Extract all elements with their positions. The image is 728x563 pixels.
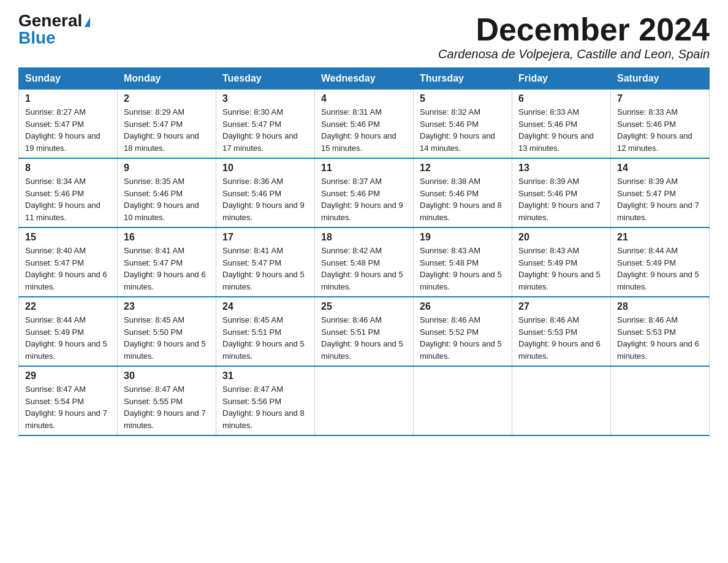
calendar-cell: 28Sunrise: 8:46 AMSunset: 5:53 PMDayligh…: [611, 297, 710, 366]
day-number: 4: [321, 93, 407, 104]
day-number: 10: [222, 163, 308, 174]
calendar-cell: [315, 366, 414, 435]
day-number: 11: [321, 163, 407, 174]
day-info: Sunrise: 8:32 AMSunset: 5:46 PMDaylight:…: [420, 106, 506, 154]
calendar-cell: 16Sunrise: 8:41 AMSunset: 5:47 PMDayligh…: [118, 228, 216, 297]
calendar-cell: 11Sunrise: 8:37 AMSunset: 5:46 PMDayligh…: [315, 158, 414, 228]
day-info: Sunrise: 8:31 AMSunset: 5:46 PMDaylight:…: [321, 106, 407, 154]
calendar-cell: 12Sunrise: 8:38 AMSunset: 5:46 PMDayligh…: [414, 158, 512, 228]
calendar-cell: 26Sunrise: 8:46 AMSunset: 5:52 PMDayligh…: [414, 297, 512, 366]
calendar-cell: 17Sunrise: 8:41 AMSunset: 5:47 PMDayligh…: [216, 228, 315, 297]
day-number: 8: [25, 163, 111, 174]
calendar-header-row: SundayMondayTuesdayWednesdayThursdayFrid…: [19, 68, 710, 90]
day-number: 3: [222, 93, 308, 104]
calendar-cell: 18Sunrise: 8:42 AMSunset: 5:48 PMDayligh…: [315, 228, 414, 297]
day-info: Sunrise: 8:44 AMSunset: 5:49 PMDaylight:…: [617, 245, 703, 293]
day-info: Sunrise: 8:41 AMSunset: 5:47 PMDaylight:…: [222, 245, 308, 293]
calendar-cell: 22Sunrise: 8:44 AMSunset: 5:49 PMDayligh…: [19, 297, 118, 366]
day-number: 17: [222, 232, 308, 243]
day-number: 15: [25, 232, 111, 243]
day-info: Sunrise: 8:47 AMSunset: 5:56 PMDaylight:…: [222, 383, 308, 431]
calendar-header-tuesday: Tuesday: [216, 68, 315, 90]
day-number: 30: [124, 370, 210, 381]
day-info: Sunrise: 8:42 AMSunset: 5:48 PMDaylight:…: [321, 245, 407, 293]
calendar-cell: 10Sunrise: 8:36 AMSunset: 5:46 PMDayligh…: [216, 158, 315, 228]
day-number: 27: [518, 301, 604, 312]
day-info: Sunrise: 8:33 AMSunset: 5:46 PMDaylight:…: [518, 106, 604, 154]
calendar-cell: 3Sunrise: 8:30 AMSunset: 5:47 PMDaylight…: [216, 90, 315, 159]
day-number: 12: [420, 163, 506, 174]
calendar-cell: 6Sunrise: 8:33 AMSunset: 5:46 PMDaylight…: [512, 90, 611, 159]
calendar-cell: 13Sunrise: 8:39 AMSunset: 5:46 PMDayligh…: [512, 158, 611, 228]
day-number: 26: [420, 301, 506, 312]
calendar-week-row: 8Sunrise: 8:34 AMSunset: 5:46 PMDaylight…: [19, 158, 710, 228]
day-number: 28: [617, 301, 703, 312]
calendar-cell: 21Sunrise: 8:44 AMSunset: 5:49 PMDayligh…: [611, 228, 710, 297]
day-info: Sunrise: 8:27 AMSunset: 5:47 PMDaylight:…: [25, 106, 111, 154]
calendar-week-row: 22Sunrise: 8:44 AMSunset: 5:49 PMDayligh…: [19, 297, 710, 366]
calendar-cell: [414, 366, 512, 435]
day-info: Sunrise: 8:37 AMSunset: 5:46 PMDaylight:…: [321, 175, 407, 223]
calendar-header-thursday: Thursday: [414, 68, 512, 90]
day-number: 21: [617, 232, 703, 243]
calendar-body: 1Sunrise: 8:27 AMSunset: 5:47 PMDaylight…: [19, 90, 710, 436]
day-info: Sunrise: 8:38 AMSunset: 5:46 PMDaylight:…: [420, 175, 506, 223]
calendar-cell: 27Sunrise: 8:46 AMSunset: 5:53 PMDayligh…: [512, 297, 611, 366]
day-info: Sunrise: 8:46 AMSunset: 5:52 PMDaylight:…: [420, 314, 506, 362]
calendar-cell: 20Sunrise: 8:43 AMSunset: 5:49 PMDayligh…: [512, 228, 611, 297]
month-title: December 2024: [438, 12, 710, 47]
calendar-table: SundayMondayTuesdayWednesdayThursdayFrid…: [18, 67, 710, 436]
calendar-cell: 2Sunrise: 8:29 AMSunset: 5:47 PMDaylight…: [118, 90, 216, 159]
day-number: 20: [518, 232, 604, 243]
logo-triangle-icon: [85, 17, 90, 27]
calendar-cell: 1Sunrise: 8:27 AMSunset: 5:47 PMDaylight…: [19, 90, 118, 159]
day-info: Sunrise: 8:30 AMSunset: 5:47 PMDaylight:…: [222, 106, 308, 154]
day-number: 2: [124, 93, 210, 104]
day-info: Sunrise: 8:46 AMSunset: 5:53 PMDaylight:…: [617, 314, 703, 362]
calendar-cell: 15Sunrise: 8:40 AMSunset: 5:47 PMDayligh…: [19, 228, 118, 297]
day-number: 19: [420, 232, 506, 243]
day-number: 9: [124, 163, 210, 174]
calendar-cell: 14Sunrise: 8:39 AMSunset: 5:47 PMDayligh…: [611, 158, 710, 228]
calendar-cell: 8Sunrise: 8:34 AMSunset: 5:46 PMDaylight…: [19, 158, 118, 228]
day-info: Sunrise: 8:33 AMSunset: 5:46 PMDaylight:…: [617, 106, 703, 154]
day-info: Sunrise: 8:43 AMSunset: 5:48 PMDaylight:…: [420, 245, 506, 293]
day-number: 31: [222, 370, 308, 381]
day-number: 1: [25, 93, 111, 104]
calendar-week-row: 1Sunrise: 8:27 AMSunset: 5:47 PMDaylight…: [19, 90, 710, 159]
day-info: Sunrise: 8:40 AMSunset: 5:47 PMDaylight:…: [25, 245, 111, 293]
calendar-cell: 31Sunrise: 8:47 AMSunset: 5:56 PMDayligh…: [216, 366, 315, 435]
calendar-cell: 4Sunrise: 8:31 AMSunset: 5:46 PMDaylight…: [315, 90, 414, 159]
logo-blue-text: Blue: [18, 29, 56, 47]
day-number: 23: [124, 301, 210, 312]
day-number: 16: [124, 232, 210, 243]
day-info: Sunrise: 8:34 AMSunset: 5:46 PMDaylight:…: [25, 175, 111, 223]
day-info: Sunrise: 8:36 AMSunset: 5:46 PMDaylight:…: [222, 175, 308, 223]
day-info: Sunrise: 8:45 AMSunset: 5:51 PMDaylight:…: [222, 314, 308, 362]
day-number: 24: [222, 301, 308, 312]
calendar-header-sunday: Sunday: [19, 68, 118, 90]
day-info: Sunrise: 8:47 AMSunset: 5:54 PMDaylight:…: [25, 383, 111, 431]
day-number: 6: [518, 93, 604, 104]
calendar-cell: 7Sunrise: 8:33 AMSunset: 5:46 PMDaylight…: [611, 90, 710, 159]
day-info: Sunrise: 8:41 AMSunset: 5:47 PMDaylight:…: [124, 245, 210, 293]
calendar-cell: [512, 366, 611, 435]
day-number: 29: [25, 370, 111, 381]
location-subtitle: Cardenosa de Volpejera, Castille and Leo…: [438, 47, 710, 61]
calendar-cell: 25Sunrise: 8:46 AMSunset: 5:51 PMDayligh…: [315, 297, 414, 366]
day-info: Sunrise: 8:45 AMSunset: 5:50 PMDaylight:…: [124, 314, 210, 362]
day-info: Sunrise: 8:35 AMSunset: 5:46 PMDaylight:…: [124, 175, 210, 223]
day-info: Sunrise: 8:39 AMSunset: 5:46 PMDaylight:…: [518, 175, 604, 223]
day-info: Sunrise: 8:43 AMSunset: 5:49 PMDaylight:…: [518, 245, 604, 293]
calendar-cell: 30Sunrise: 8:47 AMSunset: 5:55 PMDayligh…: [118, 366, 216, 435]
day-info: Sunrise: 8:46 AMSunset: 5:51 PMDaylight:…: [321, 314, 407, 362]
calendar-cell: 5Sunrise: 8:32 AMSunset: 5:46 PMDaylight…: [414, 90, 512, 159]
day-number: 14: [617, 163, 703, 174]
day-number: 7: [617, 93, 703, 104]
day-info: Sunrise: 8:47 AMSunset: 5:55 PMDaylight:…: [124, 383, 210, 431]
title-area: December 2024 Cardenosa de Volpejera, Ca…: [438, 12, 710, 61]
calendar-header-friday: Friday: [512, 68, 611, 90]
calendar-cell: 19Sunrise: 8:43 AMSunset: 5:48 PMDayligh…: [414, 228, 512, 297]
day-info: Sunrise: 8:39 AMSunset: 5:47 PMDaylight:…: [617, 175, 703, 223]
logo-general-text: General: [18, 12, 82, 29]
